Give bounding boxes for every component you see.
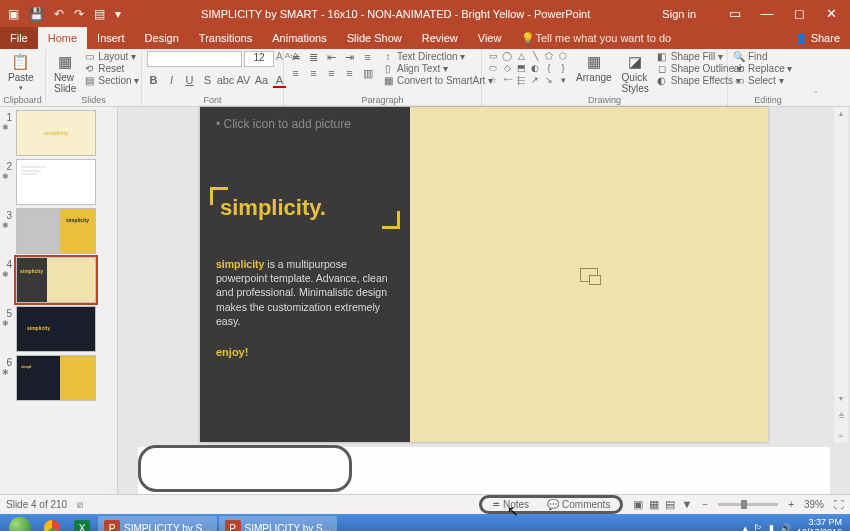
excel-taskbar-button[interactable]: X: [68, 516, 96, 531]
group-paragraph: Paragraph: [284, 95, 481, 105]
thumb-1[interactable]: 1✱ simplicity: [2, 110, 117, 156]
thumb-2[interactable]: 2✱ ━━━━━━━━━━━━━━━━━━━━━━━━━━━━━━: [2, 159, 117, 205]
underline-button[interactable]: U: [183, 74, 196, 88]
strike-button[interactable]: S: [201, 74, 214, 88]
minimize-button[interactable]: —: [754, 0, 780, 27]
slide-title[interactable]: simplicity.: [216, 193, 330, 223]
smartart-button[interactable]: ▦Convert to SmartArt ▾: [382, 75, 493, 86]
spacing-button[interactable]: AV: [237, 74, 250, 88]
tab-design[interactable]: Design: [135, 27, 189, 49]
zoom-in-button[interactable]: +: [788, 499, 794, 510]
text-direction-icon: ↕: [382, 51, 394, 62]
spell-check-icon[interactable]: ⎚: [77, 499, 83, 510]
select-button[interactable]: ▭Select ▾: [733, 75, 792, 86]
clock[interactable]: 3:37 PM 12/17/2016: [797, 518, 842, 531]
find-button[interactable]: 🔍Find: [733, 51, 792, 62]
system-tray[interactable]: ▴ 🏳 ▮ 🔊 3:37 PM 12/17/2016: [743, 518, 846, 531]
notes-pane[interactable]: [138, 447, 830, 494]
ribbon-display-icon[interactable]: ▭: [722, 0, 748, 27]
start-button[interactable]: [4, 516, 36, 531]
thumb-5[interactable]: 5✱ simplicity: [2, 306, 117, 352]
vertical-scrollbar[interactable]: ▴ ▾ ≜ ⩡: [834, 107, 848, 443]
new-slide-button[interactable]: ▦ New Slide: [51, 51, 79, 96]
fit-window-icon[interactable]: ⛶: [834, 499, 844, 510]
tab-transitions[interactable]: Transitions: [189, 27, 262, 49]
slideshow-view-icon[interactable]: ▼: [681, 498, 692, 511]
align-right-button[interactable]: ≡: [325, 67, 338, 80]
chrome-taskbar-button[interactable]: [38, 516, 66, 531]
sorter-view-icon[interactable]: ▦: [649, 498, 659, 511]
tab-view[interactable]: View: [468, 27, 512, 49]
arrange-button[interactable]: ▦ Arrange: [573, 51, 615, 85]
tab-animations[interactable]: Animations: [262, 27, 336, 49]
increase-font-icon[interactable]: A: [276, 51, 283, 67]
columns-button[interactable]: ▥: [361, 67, 374, 80]
share-button[interactable]: Share: [785, 27, 850, 49]
reading-view-icon[interactable]: ▤: [665, 498, 675, 511]
italic-button[interactable]: I: [165, 74, 178, 88]
tab-file[interactable]: File: [0, 27, 38, 49]
tab-slideshow[interactable]: Slide Show: [337, 27, 412, 49]
slide-thumbnails-panel[interactable]: 1✱ simplicity 2✱ ━━━━━━━━━━━━━━━━━━━━━━━…: [0, 107, 118, 494]
thumb-6[interactable]: 6✱ simpl: [2, 355, 117, 401]
zoom-out-button[interactable]: −: [702, 499, 708, 510]
justify-button[interactable]: ≡: [343, 67, 356, 80]
tab-home[interactable]: Home: [38, 27, 87, 49]
decrease-indent-button[interactable]: ⇤: [325, 51, 338, 64]
reset-button[interactable]: ⟲Reset: [83, 63, 139, 74]
save-icon[interactable]: 💾: [29, 7, 44, 21]
powerpoint-task-1[interactable]: PSIMPLICITY by S...: [98, 516, 217, 531]
font-size-select[interactable]: 12: [244, 51, 274, 67]
zoom-level[interactable]: 39%: [804, 499, 824, 510]
layout-button[interactable]: ▭Layout ▾: [83, 51, 139, 62]
collapse-ribbon-icon[interactable]: ˇ: [808, 49, 824, 106]
align-center-button[interactable]: ≡: [307, 67, 320, 80]
powerpoint-task-2[interactable]: PSIMPLICITY by S...: [219, 516, 338, 531]
line-spacing-button[interactable]: ≡: [361, 51, 374, 64]
comments-toggle[interactable]: 💬Comments ↖: [543, 499, 614, 510]
redo-icon[interactable]: ↷: [74, 7, 84, 21]
tray-flag-icon[interactable]: 🏳: [754, 523, 763, 531]
shapes-gallery[interactable]: ▭◯△╲⬠⬡ ⬭◇⬒◐{} ☆⬳⬱↗↘▾: [487, 51, 569, 85]
thumb-3[interactable]: 3✱ simplicity: [2, 208, 117, 254]
zoom-slider[interactable]: [718, 503, 778, 506]
tray-volume-icon[interactable]: 🔊: [780, 523, 791, 531]
start-from-beginning-icon[interactable]: ▤: [94, 7, 105, 21]
picture-placeholder[interactable]: [410, 107, 768, 442]
tray-up-icon[interactable]: ▴: [743, 523, 748, 531]
maximize-button[interactable]: ◻: [786, 0, 812, 27]
tab-insert[interactable]: Insert: [87, 27, 135, 49]
close-button[interactable]: ✕: [818, 0, 844, 27]
slide-counter[interactable]: Slide 4 of 210: [6, 499, 67, 510]
replace-button[interactable]: abReplace ▾: [733, 63, 792, 74]
annotation-highlight: [138, 445, 352, 492]
notes-icon: ≐: [492, 499, 500, 510]
paste-button[interactable]: 📋 Paste▾: [5, 51, 37, 94]
bullets-button[interactable]: ≔: [289, 51, 302, 64]
slide-description[interactable]: simplicity is a multipurpose powerpoint …: [216, 257, 394, 328]
undo-icon[interactable]: ↶: [54, 7, 64, 21]
numbering-button[interactable]: ≣: [307, 51, 320, 64]
tell-me[interactable]: 💡 Tell me what you want to do: [511, 27, 681, 49]
quick-styles-button[interactable]: ◪ Quick Styles: [619, 51, 652, 96]
group-font: Font: [142, 95, 283, 105]
section-button[interactable]: ▤Section ▾: [83, 75, 139, 86]
normal-view-icon[interactable]: ▣: [633, 498, 643, 511]
bold-button[interactable]: B: [147, 74, 160, 88]
increase-indent-button[interactable]: ⇥: [343, 51, 356, 64]
thumb-4[interactable]: 4✱ simplicity: [2, 257, 117, 303]
case-button[interactable]: Aa: [255, 74, 268, 88]
slide[interactable]: • Click icon to add picture simplicity. …: [200, 107, 768, 442]
picture-icon[interactable]: [580, 268, 598, 282]
align-text-button[interactable]: ▯Align Text ▾: [382, 63, 493, 74]
align-left-button[interactable]: ≡: [289, 67, 302, 80]
qat-dropdown-icon[interactable]: ▾: [115, 7, 121, 21]
tray-network-icon[interactable]: ▮: [769, 523, 774, 531]
shadow-button[interactable]: abc: [219, 74, 232, 88]
font-family-select[interactable]: [147, 51, 242, 67]
corner-bracket-br-icon: [382, 211, 400, 229]
annotation-highlight-statusbar: ≐Notes 💬Comments ↖: [479, 495, 623, 514]
signin-link[interactable]: Sign in: [662, 8, 696, 20]
text-direction-button[interactable]: ↕Text Direction ▾: [382, 51, 493, 62]
tab-review[interactable]: Review: [412, 27, 468, 49]
